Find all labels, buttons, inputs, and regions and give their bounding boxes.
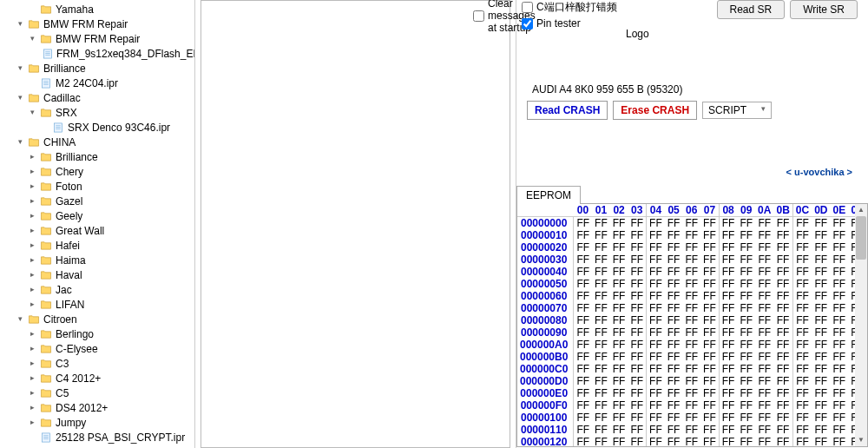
tree-item[interactable]: ▸Chery	[0, 164, 194, 179]
tree-item[interactable]: ▸Berlingo	[0, 326, 194, 341]
hex-cell[interactable]: FF	[700, 217, 719, 230]
hex-cell[interactable]: FF	[792, 412, 812, 424]
hex-cell[interactable]: FF	[830, 302, 848, 314]
hex-cell[interactable]: FF	[647, 351, 665, 363]
hex-cell[interactable]: FF	[737, 412, 755, 424]
hex-cell[interactable]: FF	[737, 241, 755, 254]
hex-cell[interactable]: FF	[812, 412, 830, 424]
hex-cell[interactable]: FF	[792, 229, 812, 241]
hex-cell[interactable]: FF	[812, 436, 830, 447]
collapse-icon[interactable]: ▾	[28, 34, 37, 43]
hex-cell[interactable]: FF	[665, 387, 683, 399]
hex-cell[interactable]: FF	[647, 424, 665, 436]
hex-cell[interactable]: FF	[773, 399, 792, 412]
hex-cell[interactable]: FF	[792, 278, 812, 290]
hex-cell[interactable]: FF	[830, 241, 848, 254]
hex-cell[interactable]: FF	[682, 436, 700, 447]
hex-cell[interactable]: FF	[737, 424, 755, 436]
hex-cell[interactable]: FF	[812, 290, 830, 302]
collapse-icon[interactable]: ▾	[16, 314, 25, 324]
tree-item[interactable]: ▸Gazel	[0, 194, 194, 208]
hex-cell[interactable]: FF	[700, 229, 719, 241]
hex-cell[interactable]: FF	[830, 387, 848, 399]
hex-cell[interactable]: FF	[755, 278, 773, 290]
hex-cell[interactable]: FF	[812, 351, 830, 363]
expand-icon[interactable]: ▸	[28, 240, 37, 250]
hex-cell[interactable]: FF	[737, 266, 755, 278]
hex-cell[interactable]: FF	[665, 278, 683, 290]
hex-cell[interactable]: FF	[737, 351, 755, 363]
scroll-down-icon[interactable]: ▼	[855, 434, 867, 446]
hex-cell[interactable]: FF	[610, 326, 628, 339]
hex-cell[interactable]: FF	[812, 387, 830, 399]
hex-cell[interactable]: FF	[792, 302, 812, 314]
hex-cell[interactable]: FF	[592, 217, 610, 230]
hex-cell[interactable]: FF	[700, 375, 719, 387]
hex-cell[interactable]: FF	[592, 314, 610, 326]
hex-cell[interactable]: FF	[610, 399, 628, 412]
hex-cell[interactable]: FF	[737, 339, 755, 351]
tree-item[interactable]: ▾Cadillac	[0, 90, 194, 105]
hex-cell[interactable]: FF	[647, 314, 665, 326]
expand-icon[interactable]: ▸	[28, 300, 37, 309]
hex-cell[interactable]: FF	[812, 326, 830, 339]
hex-cell[interactable]: FF	[682, 229, 700, 241]
hex-cell[interactable]: FF	[830, 436, 848, 447]
hex-cell[interactable]: FF	[574, 351, 592, 363]
hex-cell[interactable]: FF	[628, 326, 646, 339]
hex-cell[interactable]: FF	[773, 266, 792, 278]
hex-cell[interactable]: FF	[610, 314, 628, 326]
tree-item[interactable]: ▾BMW FRM Repair	[0, 16, 194, 31]
hex-cell[interactable]: FF	[647, 217, 665, 230]
hex-cell[interactable]: FF	[792, 387, 812, 399]
hex-cell[interactable]: FF	[610, 412, 628, 424]
hex-cell[interactable]: FF	[719, 412, 737, 424]
expand-icon[interactable]: ▸	[28, 167, 37, 176]
hex-cell[interactable]: FF	[830, 339, 848, 351]
expand-icon[interactable]: ▸	[28, 270, 37, 280]
tree-item[interactable]: ▸Foton	[0, 179, 194, 194]
hex-cell[interactable]: FF	[830, 375, 848, 387]
hex-cell[interactable]: FF	[665, 229, 683, 241]
collapse-icon[interactable]: ▾	[16, 93, 25, 102]
hex-cell[interactable]: FF	[773, 424, 792, 436]
hex-cell[interactable]: FF	[830, 363, 848, 375]
hex-cell[interactable]: FF	[647, 254, 665, 266]
hex-cell[interactable]: FF	[592, 326, 610, 339]
hex-cell[interactable]: FF	[628, 217, 646, 230]
hex-cell[interactable]: FF	[773, 302, 792, 314]
c-port-checkbox[interactable]	[522, 2, 533, 13]
hex-cell[interactable]: FF	[628, 229, 646, 241]
hex-cell[interactable]: FF	[574, 387, 592, 399]
hex-cell[interactable]: FF	[755, 229, 773, 241]
hex-cell[interactable]: FF	[755, 217, 773, 230]
hex-cell[interactable]: FF	[628, 412, 646, 424]
hex-cell[interactable]: FF	[792, 363, 812, 375]
hex-cell[interactable]: FF	[700, 399, 719, 412]
tab-eeprom[interactable]: EEPROM	[516, 186, 581, 204]
hex-cell[interactable]: FF	[719, 314, 737, 326]
hex-cell[interactable]: FF	[719, 399, 737, 412]
hex-cell[interactable]: FF	[700, 302, 719, 314]
hex-cell[interactable]: FF	[773, 351, 792, 363]
hex-cell[interactable]: FF	[574, 314, 592, 326]
hex-cell[interactable]: FF	[628, 290, 646, 302]
hex-cell[interactable]: FF	[830, 424, 848, 436]
hex-cell[interactable]: FF	[665, 326, 683, 339]
hex-cell[interactable]: FF	[665, 266, 683, 278]
hex-cell[interactable]: FF	[755, 363, 773, 375]
hex-cell[interactable]: FF	[700, 351, 719, 363]
hex-cell[interactable]: FF	[773, 229, 792, 241]
hex-cell[interactable]: FF	[755, 387, 773, 399]
hex-cell[interactable]: FF	[682, 254, 700, 266]
hex-cell[interactable]: FF	[682, 363, 700, 375]
expand-icon[interactable]: ▸	[28, 211, 37, 221]
hex-cell[interactable]: FF	[592, 241, 610, 254]
hex-cell[interactable]: FF	[773, 290, 792, 302]
expand-icon[interactable]: ▸	[28, 344, 37, 353]
hex-cell[interactable]: FF	[792, 399, 812, 412]
hex-cell[interactable]: FF	[647, 326, 665, 339]
hex-cell[interactable]: FF	[665, 339, 683, 351]
hex-cell[interactable]: FF	[700, 424, 719, 436]
tree-item[interactable]: ▾DACIA	[0, 445, 194, 448]
